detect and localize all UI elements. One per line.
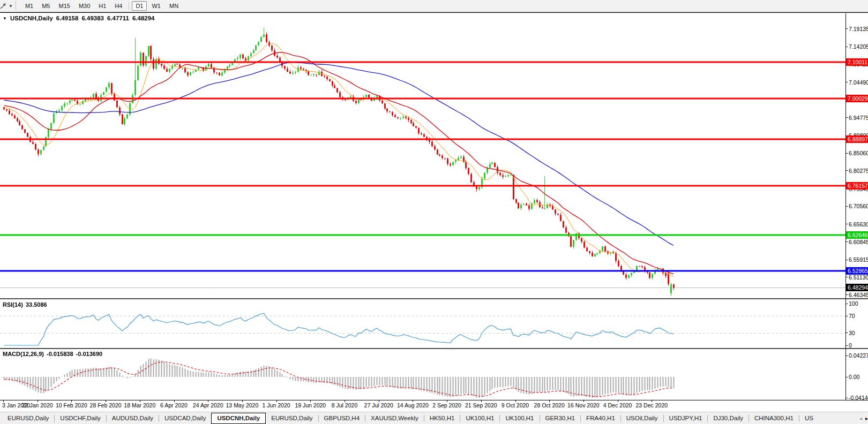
chart-tab-eurusd-daily[interactable]: EURUSD,Daily [266, 413, 318, 423]
date-tick-label: 28 Oct 2020 [534, 402, 565, 408]
timeframe-button-m15[interactable]: M15 [55, 1, 73, 11]
date-tick-label: 28 Feb 2020 [90, 402, 122, 408]
current-price-badge: 6.48294 [846, 284, 868, 291]
timeframe-button-mn[interactable]: MN [166, 1, 182, 11]
timeframe-toolbar: ▼ M1M5M15M30H1H4D1W1MN [0, 0, 868, 12]
crosshair-cursor-icon[interactable] [0, 1, 9, 11]
price-tick-label: 6.60845 [845, 239, 868, 245]
chart-tab-ger30-h1[interactable]: GER30,H1 [540, 413, 581, 423]
price-tick-label: 6.80275 [845, 168, 868, 174]
close-value: 6.48294 [132, 15, 155, 21]
macd-pane-divider[interactable] [0, 348, 868, 349]
date-tick-label: 27 Jul 2020 [364, 402, 393, 408]
date-tick-label: 9 Oct 2020 [502, 402, 529, 408]
chart-tab-usdjpy-h1[interactable]: USDJPY,H1 [664, 413, 708, 423]
tab-scroll-left-icon[interactable]: ◂ [859, 415, 862, 421]
date-tick-label: 14 Aug 2020 [397, 402, 429, 408]
date-tick-label: 6 Apr 2020 [160, 402, 188, 408]
timeframe-button-m1[interactable]: M1 [21, 1, 37, 11]
line-price-badge: 7.10011 [846, 58, 868, 66]
chart-window: ▼ USDCNH,Daily 6.49158 6.49383 6.47711 6… [0, 12, 868, 412]
chart-tab-gbpusd-h4[interactable]: GBPUSD,H4 [319, 413, 365, 423]
chart-tab-fra40-h1[interactable]: FRA40,H1 [581, 413, 620, 423]
timeframe-buttons: M1M5M15M30H1H4D1W1MN [21, 1, 183, 11]
date-tick-label: 16 Nov 2020 [567, 402, 600, 408]
price-tick-label: 6.70560 [845, 203, 868, 209]
date-tick-label: 18 Mar 2020 [124, 402, 155, 408]
line-price-badge: 6.88897 [846, 135, 868, 143]
chart-tab-xauusd-weekly[interactable]: XAUUSD,Weekly [365, 413, 424, 423]
chart-tab-us[interactable]: US [799, 413, 819, 423]
chevron-down-icon[interactable]: ▼ [9, 4, 13, 9]
symbol-label: USDCNH,Daily [10, 15, 53, 21]
date-tick-label: 13 May 2020 [226, 402, 259, 408]
macd-tick-label: 0.042275 [845, 352, 868, 359]
trading-terminal: ▼ M1M5M15M30H1H4D1W1MN ▼ USDCNH,Daily 6.… [0, 0, 868, 424]
line-price-badge: 7.00029 [846, 95, 868, 102]
macd-indicator-label: MACD(12,26,9) -0.015838 -0.013690 [3, 351, 102, 357]
price-tick-label: 7.19135 [845, 26, 868, 32]
macd-tick-label: 0.00 [845, 374, 868, 380]
line-price-badge: 6.76157 [846, 182, 868, 190]
rsi-pane-canvas[interactable] [0, 299, 845, 347]
timeframe-button-h4[interactable]: H4 [111, 1, 126, 11]
line-price-badge: 6.52865 [846, 267, 868, 275]
chart-tab-bar: EURUSD,DailyUSDCHF,DailyAUDUSD,DailyUSDC… [0, 412, 868, 424]
date-tick-label: 10 Feb 2020 [56, 402, 87, 408]
date-tick-label: 19 Jun 2020 [295, 402, 326, 408]
chart-tab-audusd-daily[interactable]: AUDUSD,Daily [107, 413, 159, 423]
open-value: 6.49158 [56, 15, 79, 21]
chart-tab-usdcnh-daily[interactable]: USDCNH,Daily [211, 413, 266, 424]
main-chart-canvas[interactable] [0, 13, 845, 298]
price-tick-label: 6.51130 [845, 274, 868, 281]
rsi-indicator-label: RSI(14)33.5086 [3, 301, 47, 308]
toolbar-separator [129, 2, 129, 10]
chart-tabs: EURUSD,DailyUSDCHF,DailyAUDUSD,DailyUSDC… [2, 413, 819, 424]
rsi-tick-label: 30 [845, 330, 868, 336]
date-tick-label: 8 Jul 2020 [332, 402, 357, 408]
rsi-pane-divider[interactable] [0, 298, 868, 299]
price-tick-label: 6.46345 [845, 292, 868, 298]
chart-tab-uk100-h1[interactable]: UK100,H1 [500, 413, 539, 423]
chart-tab-uk100-h1[interactable]: UK100,H1 [460, 413, 499, 423]
timeframe-button-d1[interactable]: D1 [132, 1, 147, 11]
chart-tab-hk50-h1[interactable]: HK50,H1 [424, 413, 460, 423]
date-tick-label: 22 Jan 2020 [22, 402, 53, 408]
high-value: 6.49383 [81, 15, 104, 21]
date-tick-label: 2 Sep 2020 [432, 402, 461, 408]
date-tick-label: 23 Dec 2020 [636, 402, 668, 408]
timeframe-button-w1[interactable]: W1 [148, 1, 164, 11]
price-tick-label: 6.55915 [845, 256, 868, 263]
chart-tab-usdchf-daily[interactable]: USDCHF,Daily [55, 413, 106, 423]
macd-pane-canvas[interactable] [0, 349, 845, 400]
price-tick-label: 7.04490 [845, 79, 868, 86]
date-tick-label: 1 Jun 2020 [263, 402, 290, 408]
chart-title: ▼ USDCNH,Daily 6.49158 6.49383 6.47711 6… [3, 15, 154, 21]
date-tick-label: 21 Sep 2020 [465, 402, 497, 408]
toolbar-grip [16, 2, 19, 10]
line-price-badge: 6.62646 [846, 231, 868, 239]
price-tick-label: 6.85060 [845, 150, 868, 156]
price-tick-label: 6.94775 [845, 115, 868, 121]
timeframe-button-m30[interactable]: M30 [75, 1, 94, 11]
rsi-tick-label: 100 [845, 300, 868, 307]
tab-scroll-right-icon[interactable]: ▸ [865, 415, 868, 421]
chart-tab-dj30-daily[interactable]: DJ30,Daily [708, 413, 749, 423]
date-axis-line [0, 400, 868, 400]
macd-tick-label: -0.04148 [845, 395, 868, 401]
tab-scroll-arrows: ◂ ▸ [856, 412, 868, 424]
timeframe-button-h1[interactable]: H1 [95, 1, 110, 11]
price-tick-label: 7.14205 [845, 43, 868, 50]
rsi-tick-label: 0 [845, 342, 868, 349]
date-tick-label: 24 Apr 2020 [193, 402, 223, 408]
low-value: 6.47711 [107, 15, 129, 21]
date-tick-label: 4 Dec 2020 [603, 402, 632, 408]
timeframe-button-m5[interactable]: M5 [38, 1, 54, 11]
chart-tab-usoil-daily[interactable]: USOil,Daily [621, 413, 663, 423]
chart-tab-usdcad-daily[interactable]: USDCAD,Daily [159, 413, 211, 423]
chart-tab-china300-h1[interactable]: CHINA300,H1 [749, 413, 799, 423]
chart-tab-eurusd-daily[interactable]: EURUSD,Daily [2, 413, 54, 423]
price-tick-label: 6.65630 [845, 221, 868, 228]
rsi-tick-label: 70 [845, 313, 868, 319]
chart-menu-icon[interactable]: ▼ [3, 16, 7, 21]
